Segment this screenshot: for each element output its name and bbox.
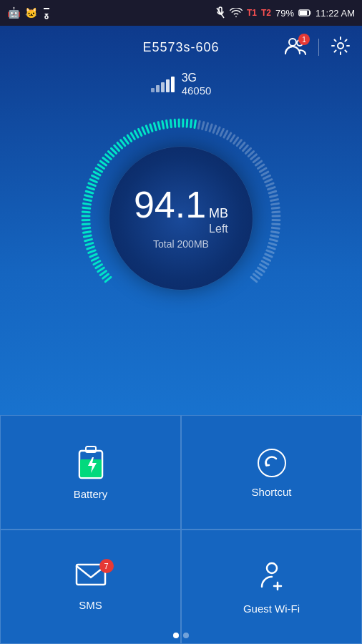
bottom-grid: Battery Shortcut 7 SMS	[0, 415, 362, 644]
status-right-icons: T1 T2 79% 11:22 AM	[215, 6, 355, 19]
svg-line-87	[262, 172, 268, 175]
svg-line-95	[272, 203, 279, 204]
bar2	[156, 85, 160, 92]
data-number: 94.1	[134, 186, 206, 223]
svg-line-49	[131, 133, 134, 140]
guest-wifi-cell[interactable]: Guest Wi-Fi	[181, 530, 362, 644]
svg-line-76	[234, 137, 238, 143]
svg-line-19	[85, 239, 92, 240]
device-name: E5573s-606	[142, 40, 219, 55]
svg-line-105	[269, 243, 276, 245]
signal-info: 3G 46050	[151, 72, 212, 97]
data-left: Left	[209, 222, 228, 235]
header: E5573s-606 1	[0, 26, 362, 69]
svg-line-34	[90, 179, 97, 182]
guest-wifi-label: Guest Wi-Fi	[243, 602, 300, 615]
svg-point-0	[45, 16, 48, 19]
svg-line-77	[237, 140, 241, 145]
svg-line-57	[162, 121, 164, 128]
svg-line-20	[84, 235, 91, 237]
svg-line-114	[253, 274, 259, 278]
signal-number: 46050	[182, 84, 212, 97]
svg-line-41	[106, 155, 112, 159]
svg-point-6	[338, 43, 343, 49]
status-bar: 🤖 🐱 T1 T2 79%	[0, 0, 362, 26]
svg-line-23	[82, 224, 89, 225]
svg-line-91	[268, 187, 275, 189]
svg-line-100	[273, 224, 280, 225]
svg-line-65	[195, 120, 195, 127]
svg-line-27	[83, 208, 90, 208]
svg-line-109	[264, 258, 270, 260]
svg-line-10	[100, 270, 106, 275]
svg-line-101	[272, 228, 279, 228]
svg-line-72	[220, 129, 223, 135]
page-dot-2[interactable]	[183, 633, 189, 638]
svg-line-107	[267, 250, 273, 253]
svg-line-73	[224, 131, 228, 137]
svg-line-50	[134, 131, 138, 137]
svg-line-70	[213, 125, 216, 132]
svg-line-47	[124, 137, 128, 143]
sim2-icon: T2	[261, 8, 271, 18]
svg-line-42	[108, 151, 113, 156]
svg-line-52	[142, 127, 145, 134]
battery-percentage: 79%	[275, 8, 294, 19]
svg-point-120	[258, 449, 285, 477]
shortcut-cell[interactable]: Shortcut	[181, 415, 362, 530]
page-dots	[173, 633, 189, 638]
users-button[interactable]: 1	[284, 36, 307, 58]
sms-cell[interactable]: 7 SMS	[0, 530, 181, 644]
svg-line-81	[248, 151, 253, 156]
battery-cell-icon	[77, 445, 105, 481]
page-dot-1[interactable]	[173, 633, 179, 638]
usb-icon	[41, 6, 52, 19]
svg-line-83	[253, 157, 259, 162]
gauge-center: 94.1 MB Left Total 200MB	[109, 147, 253, 290]
svg-line-54	[150, 125, 152, 131]
svg-line-15	[90, 254, 97, 257]
svg-line-18	[86, 243, 93, 245]
svg-line-71	[217, 127, 220, 134]
sim1-icon: T1	[247, 8, 257, 18]
svg-line-36	[94, 172, 100, 175]
time-display: 11:22 AM	[315, 8, 355, 19]
svg-line-44	[114, 145, 119, 150]
svg-line-79	[243, 145, 248, 150]
svg-line-67	[202, 122, 204, 129]
battery-cell[interactable]: Battery	[0, 415, 181, 530]
data-amount: 94.1 MB Left	[134, 186, 228, 235]
svg-line-12	[96, 264, 102, 268]
data-unit-block: MB Left	[209, 206, 228, 235]
bar1	[151, 88, 155, 92]
svg-line-35	[92, 175, 99, 178]
svg-line-110	[262, 260, 268, 264]
battery-status-icon	[298, 9, 311, 17]
svg-line-92	[269, 191, 276, 193]
svg-line-30	[85, 195, 92, 196]
bar5	[171, 77, 175, 92]
shortcut-icon	[256, 447, 288, 479]
svg-line-31	[86, 191, 93, 193]
svg-line-94	[271, 199, 278, 200]
settings-icon	[331, 36, 351, 56]
svg-line-84	[255, 161, 261, 165]
svg-line-29	[84, 199, 92, 200]
svg-line-64	[191, 119, 192, 127]
svg-line-59	[170, 119, 171, 127]
settings-button[interactable]	[331, 36, 351, 59]
svg-line-111	[260, 264, 267, 268]
data-total: Total 200MB	[153, 238, 209, 250]
signal-text: 3G 46050	[182, 72, 212, 97]
guest-wifi-icon	[256, 560, 288, 595]
svg-line-78	[240, 142, 244, 148]
svg-line-14	[92, 258, 98, 260]
svg-line-106	[268, 246, 275, 248]
svg-line-38	[98, 165, 104, 168]
svg-line-9	[103, 274, 109, 278]
svg-line-102	[272, 231, 279, 232]
svg-line-40	[103, 157, 109, 162]
svg-line-45	[117, 142, 122, 148]
svg-line-56	[158, 122, 160, 129]
svg-rect-3	[300, 11, 308, 16]
